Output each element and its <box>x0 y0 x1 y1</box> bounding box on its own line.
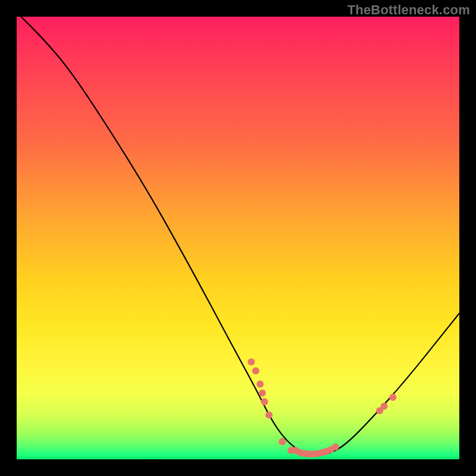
highlight-dot <box>332 443 339 450</box>
highlight-dot <box>252 367 259 374</box>
bottleneck-curve-path <box>21 17 459 455</box>
highlight-dot <box>278 438 286 445</box>
highlight-dot <box>389 394 396 401</box>
highlight-dot <box>265 412 273 419</box>
highlight-dot <box>248 358 255 365</box>
highlight-dot <box>259 389 266 396</box>
highlight-dot <box>256 381 264 388</box>
highlight-dot <box>261 398 268 405</box>
curve-layer <box>17 17 459 459</box>
highlight-dot <box>381 403 388 410</box>
highlight-dots-group <box>248 358 396 458</box>
chart-frame: TheBottleneck.com <box>0 0 476 476</box>
watermark-text: TheBottleneck.com <box>347 2 470 18</box>
